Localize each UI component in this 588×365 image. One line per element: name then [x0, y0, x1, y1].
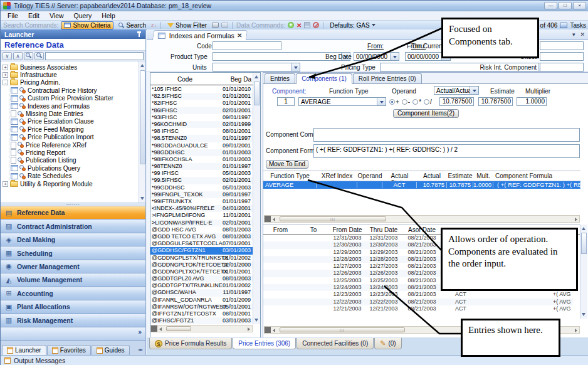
tab-connected-facilities-0-[interactable]: Connected Facilities (0) — [297, 338, 374, 349]
list-item[interactable]: *98GDDHSC01/01/2003 — [150, 149, 253, 156]
list-item[interactable]: @GDDNGPLTOK/TETCOETX12/01/2000 — [150, 262, 253, 268]
list-item[interactable]: @IFHSC/FGTZ103/01/2003 — [150, 317, 253, 324]
tab-components-1-[interactable]: Components (1) — [296, 73, 352, 84]
entries-row[interactable]: 12/23/200312/23/200308/21/2003ACT+( AVG — [263, 291, 573, 298]
list-item[interactable]: @IFANRSW/OGT/RGTWEST05/01/2001 — [150, 304, 253, 310]
grid-header-cell[interactable]: From Date — [329, 226, 365, 233]
grid-header-cell[interactable]: Estimate — [447, 172, 473, 179]
multiplier-input[interactable]: 1.0000 — [517, 97, 547, 106]
tree-item[interactable]: Missing Date Entries — [1, 110, 145, 117]
code-list-hscrollbar[interactable] — [150, 325, 253, 332]
code-input[interactable] — [213, 41, 281, 50]
menu-edit[interactable]: Edit — [24, 11, 44, 20]
tree-item[interactable]: Publications Query — [1, 164, 145, 172]
tree-item[interactable]: Price Feed Mapping — [1, 125, 145, 133]
print-preview-icon[interactable] — [221, 23, 228, 28]
component-items-button[interactable]: Component Items(2) — [393, 109, 459, 118]
tab-indexes-and-formulas[interactable]: Indexes and Formulas ✕ — [152, 30, 248, 40]
grid-header-cell[interactable]: Component Formula — [495, 172, 580, 179]
tree-item[interactable]: Price Reference XRef — [1, 141, 145, 149]
list-item[interactable]: *98TENNZ001/01/1997 — [150, 163, 253, 170]
actual-value-input[interactable]: 10.787500 — [439, 97, 474, 106]
accordion-plant-allocations[interactable]: ▣Plant Allocations — [1, 300, 145, 314]
grid-header-cell[interactable]: From — [263, 226, 298, 233]
grid-header-cell[interactable]: Mult. — [473, 172, 493, 179]
list-item[interactable]: *86IFHSC02/01/2001 — [150, 107, 253, 114]
grid-header-cell[interactable]: Operand — [357, 172, 382, 179]
expand-icon[interactable]: + — [3, 72, 8, 78]
tab-guides[interactable]: Guides — [92, 345, 130, 355]
list-item[interactable]: @GDDTGPTX/TRUNKLINE01/01/2002 — [150, 282, 253, 289]
add-record-icon[interactable]: + — [288, 22, 294, 28]
grid-header-cell[interactable]: Actual — [417, 172, 447, 179]
accordion-owner-management[interactable]: ◉Owner Management — [1, 260, 145, 273]
tree-item[interactable]: Pricing Report — [1, 149, 145, 156]
risk-int-component-input[interactable] — [540, 63, 584, 71]
accordion-volume-management[interactable]: ◭Volume Management — [1, 273, 145, 287]
move-to-end-button[interactable]: Move To End — [266, 160, 308, 169]
tree-scrollbar[interactable] — [139, 61, 145, 203]
operand-radio-divide[interactable] — [424, 99, 429, 105]
grid-header-cell[interactable]: Thru Date — [365, 226, 402, 233]
expand-all-icon[interactable]: ∧ — [13, 52, 23, 60]
close-button[interactable]: × — [573, 2, 586, 9]
component-grid-selected-row[interactable]: AVERAGEACT10.787510.78751.0000( +( REF: … — [263, 181, 580, 189]
delete-record-icon[interactable]: ✕ — [297, 22, 302, 29]
tree-item[interactable]: +Utility & Reporting Module — [1, 180, 145, 188]
collapse-all-icon[interactable]: ∨ — [3, 52, 12, 60]
tab-price-formula-results[interactable]: $Price Formula Results — [149, 338, 232, 349]
search-button[interactable]: Search — [116, 21, 149, 29]
accordion-overflow[interactable] — [1, 327, 145, 341]
collapse-icon[interactable]: - — [3, 80, 8, 85]
find-icon[interactable] — [24, 52, 33, 60]
tree-item[interactable]: Custom Price Provision Starter — [1, 95, 145, 102]
list-item[interactable]: @GDDHSC/FGTZN103/01/2003 — [150, 247, 253, 254]
operand-radio-plus[interactable] — [389, 99, 395, 105]
entries-row[interactable]: 12/22/200312/22/200308/21/2003ACT+( AVG — [263, 299, 573, 305]
grid-header-cell[interactable]: Function Type — [263, 172, 317, 179]
list-item[interactable]: >LIGONWASP/IFREL-E02/01/2001 — [150, 220, 253, 226]
list-item[interactable]: *99IFNGPL_TEXOK09/01/1997 — [150, 191, 253, 198]
tree-item[interactable]: Price Publication Import — [1, 134, 145, 141]
grid-header-cell[interactable]: XRef Index — [317, 172, 357, 179]
expand-icon[interactable]: + — [3, 181, 8, 187]
find-next-icon[interactable] — [34, 52, 44, 60]
operand-radio-minus[interactable] — [402, 99, 407, 105]
tab-launcher[interactable]: Launcher — [2, 345, 46, 355]
menu-file[interactable]: File — [3, 11, 23, 20]
menu-query[interactable]: Query — [70, 11, 97, 20]
list-item[interactable]: *98 IFHSC08/01/2001 — [150, 128, 253, 135]
list-item[interactable]: @GDHSC/WAHA11/01/1997 — [150, 289, 253, 296]
list-item[interactable]: @IFANRL_GDDANRLA01/01/2009 — [150, 297, 253, 304]
minimize-button[interactable]: — — [544, 2, 557, 9]
list-item[interactable]: >IFNGPLMID/IFONG11/01/2001 — [150, 212, 253, 219]
list-item[interactable]: *98.5TENNZ001/01/1997 — [150, 135, 253, 142]
units-combo[interactable] — [213, 63, 300, 71]
operand-radio-multiply[interactable] — [412, 99, 418, 105]
menu-help[interactable]: Help — [97, 11, 120, 20]
list-item[interactable]: @GDDGULFS&TETCOELA07/01/2001 — [150, 240, 253, 247]
accordion-accounting[interactable]: ⊞Accounting — [1, 287, 145, 300]
list-item[interactable]: *93IFHSC09/01/1997 — [150, 114, 253, 121]
list-item[interactable]: *99.5IFHSC02/01/2001 — [150, 177, 253, 184]
tree-item[interactable]: -Pricing Admin. — [1, 79, 145, 87]
list-item[interactable]: @GDDNGPLTXOK/TETCETX01/01/2001 — [150, 268, 253, 275]
tree-search-input[interactable] — [45, 52, 144, 60]
show-filter-button[interactable]: Show Filter — [165, 21, 209, 29]
list-item[interactable]: *99GDDHSC05/01/2003 — [150, 184, 253, 191]
accordion-contract-administration[interactable]: ▨Contract Administration — [1, 220, 145, 233]
list-item[interactable]: @GDD HSC AVG08/01/2003 — [150, 226, 253, 233]
estimate-value-input[interactable]: 10.787500 — [478, 97, 513, 106]
cancel-icon[interactable] — [313, 22, 319, 28]
tree-item[interactable]: Contractual Price History — [1, 87, 145, 94]
component-comment-input[interactable] — [313, 128, 580, 142]
list-item[interactable]: *99 IFHSC05/01/2003 — [150, 170, 253, 177]
accordion-scheduling[interactable]: ▦Scheduling — [1, 246, 145, 260]
defaults-dropdown[interactable]: Defaults: GAS — [327, 21, 377, 29]
accordion-reference-data[interactable]: ▤Reference Data — [1, 206, 145, 220]
component-formula-input[interactable]: ( +( REF: GDDFGTZN1: ) +( REF: GDDHSC: )… — [313, 144, 580, 158]
expand-icon[interactable]: + — [3, 65, 8, 70]
list-item[interactable]: *99IFTRUNKTX01/01/1997 — [150, 198, 253, 205]
menu-view[interactable]: View — [45, 11, 68, 20]
show-criteria-button[interactable]: Show Criteria — [61, 21, 113, 29]
